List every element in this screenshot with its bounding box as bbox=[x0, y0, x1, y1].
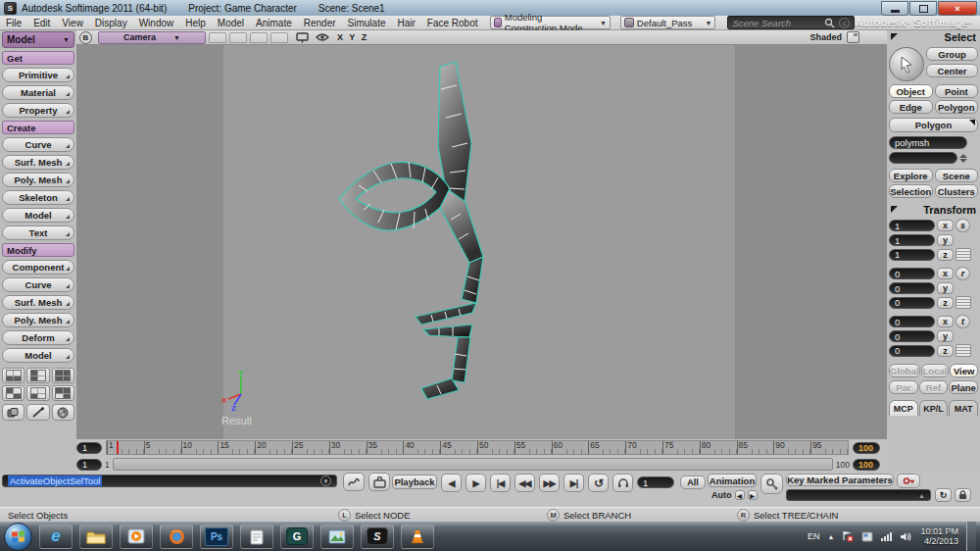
camera-memo-tab[interactable] bbox=[270, 32, 288, 43]
scale-y-axis-button[interactable]: y bbox=[937, 234, 954, 246]
scale-z-field[interactable]: 1 bbox=[889, 249, 935, 261]
auto-prev-icon[interactable]: ◀ bbox=[735, 490, 745, 500]
menu-model[interactable]: Model bbox=[212, 18, 250, 28]
object-mode-button[interactable]: Object bbox=[889, 84, 933, 98]
layout-preset-button[interactable] bbox=[26, 385, 49, 401]
lock-button[interactable] bbox=[955, 488, 971, 502]
translate-z-axis-button[interactable]: z bbox=[937, 345, 954, 357]
sidebar-item-modify-surf-mesh[interactable]: Surf. Mesh bbox=[2, 295, 74, 310]
viewport-resize-icon[interactable] bbox=[847, 31, 859, 43]
animation-menu-button[interactable]: Animation bbox=[708, 474, 757, 487]
vlc-icon[interactable] bbox=[401, 525, 434, 549]
step-back-button[interactable]: ◀ bbox=[441, 474, 462, 492]
rotate-options-icon[interactable] bbox=[956, 296, 971, 309]
media-player-icon[interactable] bbox=[120, 525, 153, 549]
select-tool-button[interactable] bbox=[889, 47, 924, 81]
search-option-icon[interactable]: c bbox=[839, 18, 850, 28]
gadget-icon[interactable] bbox=[861, 530, 873, 542]
marked-parameter-field[interactable]: ▲ bbox=[786, 489, 931, 501]
sidebar-item-create-surf-mesh[interactable]: Surf. Mesh bbox=[2, 155, 74, 170]
internet-explorer-icon[interactable]: e bbox=[39, 525, 73, 549]
spinner-arrows-icon[interactable] bbox=[959, 154, 967, 163]
translate-z-field[interactable]: 0 bbox=[889, 345, 935, 357]
pass-selector-dropdown[interactable]: Default_Pass ▼ bbox=[620, 16, 716, 29]
search-icon[interactable] bbox=[824, 18, 835, 28]
expand-up-icon[interactable]: ▲ bbox=[918, 492, 925, 499]
ref-ref-button[interactable]: Ref bbox=[919, 380, 949, 394]
softimage-icon[interactable]: S bbox=[361, 525, 394, 549]
sidebar-item-deform[interactable]: Deform bbox=[2, 330, 74, 345]
rotate-tool-button[interactable]: r bbox=[956, 267, 970, 280]
scale-options-icon[interactable] bbox=[956, 248, 971, 261]
menu-display[interactable]: Display bbox=[89, 18, 133, 28]
selection-filter-dropdown[interactable]: Polygon bbox=[889, 118, 978, 132]
rotate-x-field[interactable]: 0 bbox=[889, 268, 935, 279]
scene-search-input[interactable]: Scene Search c bbox=[727, 16, 855, 29]
scale-x-field[interactable]: 1 bbox=[889, 220, 935, 231]
photo-viewer-icon[interactable] bbox=[320, 525, 354, 549]
show-hidden-icons[interactable]: ▲ bbox=[828, 533, 835, 540]
edge-mode-button[interactable]: Edge bbox=[889, 100, 933, 114]
menu-help[interactable]: Help bbox=[179, 18, 212, 28]
tray-clock[interactable]: 10:01 PM 4/2/2013 bbox=[920, 526, 958, 546]
all-button[interactable]: All bbox=[680, 476, 706, 489]
sidebar-item-create-poly-mesh[interactable]: Poly. Mesh bbox=[2, 173, 74, 187]
menu-animate[interactable]: Animate bbox=[250, 18, 298, 28]
camera-memo-tab[interactable] bbox=[209, 32, 226, 43]
start-button[interactable] bbox=[4, 523, 32, 551]
tab-kpl[interactable]: KP/L bbox=[919, 400, 949, 416]
selection-button[interactable]: Selection bbox=[889, 184, 933, 198]
rotate-y-field[interactable]: 0 bbox=[889, 282, 935, 294]
viewport-3d[interactable]: Y X Z Result bbox=[76, 45, 887, 439]
go-to-start-button[interactable]: |◀ bbox=[490, 474, 511, 492]
rotate-z-axis-button[interactable]: z bbox=[937, 297, 954, 309]
camera-view-dropdown[interactable]: Camera ▼ bbox=[98, 31, 206, 44]
sidebar-item-property[interactable]: Property bbox=[2, 103, 74, 118]
network-signal-icon[interactable] bbox=[881, 532, 892, 541]
layout-preset-button[interactable] bbox=[26, 368, 49, 383]
space-local-button[interactable]: Local bbox=[921, 364, 950, 377]
menu-render[interactable]: Render bbox=[298, 18, 342, 28]
panel-mode-selector[interactable]: Model ▼ bbox=[2, 31, 74, 48]
layout-preset-button[interactable] bbox=[52, 385, 74, 401]
sidebar-item-text[interactable]: Text bbox=[2, 225, 74, 240]
current-frame-field[interactable]: 1 bbox=[76, 442, 102, 454]
command-history-dropdown-icon[interactable]: ▼ bbox=[320, 476, 331, 486]
sidebar-item-create-model[interactable]: Model bbox=[2, 208, 74, 223]
selection-name-field[interactable]: polymsh bbox=[889, 136, 967, 149]
script-eraser-button[interactable] bbox=[343, 473, 365, 491]
go-to-end-button[interactable]: ▶| bbox=[564, 474, 584, 492]
menu-hair[interactable]: Hair bbox=[391, 18, 420, 28]
scene-button[interactable]: Scene bbox=[935, 169, 979, 182]
eye-visibility-icon[interactable] bbox=[316, 32, 329, 42]
sidebar-item-primitive[interactable]: Primitive bbox=[2, 68, 74, 82]
multi-object-icon[interactable] bbox=[2, 404, 24, 421]
sidebar-item-modify-curve[interactable]: Curve bbox=[2, 277, 74, 292]
camera-memo-tab[interactable] bbox=[250, 32, 268, 43]
translate-x-field[interactable]: 0 bbox=[889, 316, 935, 327]
next-keyframe-button[interactable]: ▶▶ bbox=[539, 474, 560, 492]
auto-next-icon[interactable]: ▶ bbox=[748, 490, 758, 500]
step-forward-button[interactable]: ▶ bbox=[466, 474, 486, 492]
layout-preset-button[interactable] bbox=[2, 368, 24, 383]
point-mode-button[interactable]: Point bbox=[935, 84, 979, 98]
scale-tool-button[interactable]: s bbox=[956, 219, 970, 232]
translate-tool-button[interactable]: t bbox=[956, 315, 970, 328]
toolbox-button[interactable] bbox=[368, 473, 390, 491]
menu-simulate[interactable]: Simulate bbox=[342, 18, 392, 28]
minimize-button[interactable] bbox=[881, 1, 908, 16]
explore-button[interactable]: Explore bbox=[889, 169, 933, 182]
mute-audio-button[interactable] bbox=[612, 474, 633, 492]
camera-memo-tab[interactable] bbox=[229, 32, 247, 43]
range-end-field[interactable]: 100 bbox=[853, 459, 880, 471]
previous-keyframe-button[interactable]: ◀◀ bbox=[514, 474, 535, 492]
group-button[interactable]: Group bbox=[926, 47, 978, 61]
menu-window[interactable]: Window bbox=[133, 18, 180, 28]
sidebar-item-component[interactable]: Component bbox=[2, 260, 74, 275]
firefox-icon[interactable] bbox=[160, 525, 193, 549]
translate-y-field[interactable]: 0 bbox=[889, 330, 935, 342]
red-key-button[interactable] bbox=[897, 474, 920, 488]
end-frame-field[interactable]: 100 bbox=[853, 442, 880, 454]
gom-player-icon[interactable]: G bbox=[280, 525, 314, 549]
timeline-ruler[interactable]: 1 5 10 15 20 25 30 35 40 45 50 55 60 65 … bbox=[106, 440, 849, 455]
